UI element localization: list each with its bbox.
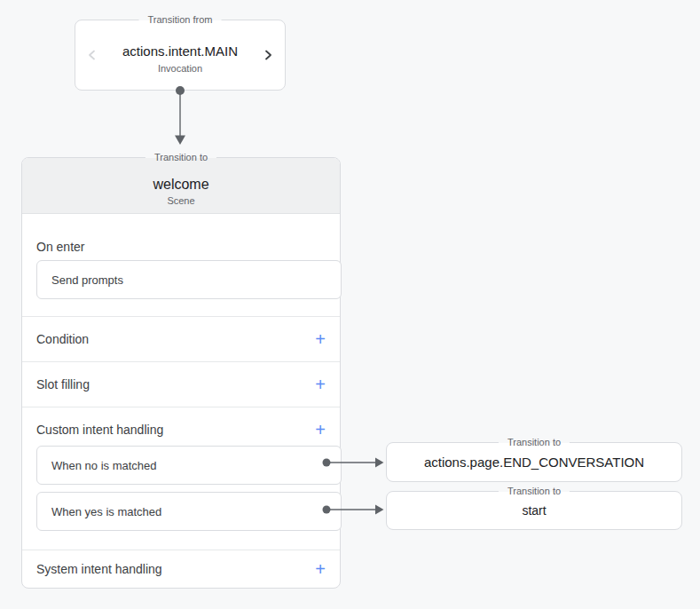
intent-handler-when-yes[interactable]: When yes is matched [36,492,342,531]
slot-filling-row: Slot filling + [22,361,340,407]
flow-arrow-down [175,86,185,145]
transition-from-card: Transition from actions.intent.MAIN Invo… [75,20,286,91]
scene-transition-legend: Transition to [146,151,216,164]
add-slot-button[interactable]: + [315,376,326,393]
add-condition-button[interactable]: + [315,330,326,348]
divider [22,407,340,407]
scene-card: Transition to welcome Scene On enter Sen… [21,157,341,589]
transition-to-legend: Transition to [499,436,570,449]
system-intent-label: System intent handling [36,562,162,576]
system-intent-row: System intent handling + [22,550,340,589]
intent-handler-label: When yes is matched [51,505,161,518]
transition-target-start[interactable]: Transition to start [386,491,682,530]
chevron-right-icon [261,48,275,62]
on-enter-label: On enter [36,238,84,256]
custom-intent-header-row: Custom intent handling + [22,410,340,449]
target-scene-name: start [522,503,546,518]
scene-type-label: Scene [22,194,340,207]
condition-label: Condition [36,332,89,346]
condition-row: Condition + [22,316,340,361]
custom-intent-label: Custom intent handling [36,423,163,437]
next-intent-button[interactable] [261,48,275,62]
intent-type-label: Invocation [75,62,285,75]
send-prompts-button[interactable]: Send prompts [36,260,342,299]
transition-from-legend: Transition from [139,13,222,27]
scene-flow-canvas: Transition from actions.intent.MAIN Invo… [0,0,700,609]
target-page-name: actions.page.END_CONVERSATION [424,455,644,470]
send-prompts-label: Send prompts [51,273,123,287]
intent-handler-when-no[interactable]: When no is matched [36,446,342,485]
scene-title: welcome [22,176,340,194]
intent-handler-label: When no is matched [51,459,157,472]
intent-name: actions.intent.MAIN [75,44,285,59]
add-custom-intent-button[interactable]: + [315,421,326,439]
transition-target-end-conversation[interactable]: Transition to actions.page.END_CONVERSAT… [386,442,682,482]
slot-filling-label: Slot filling [36,377,90,392]
add-system-intent-button[interactable]: + [315,560,326,578]
transition-to-legend: Transition to [499,485,570,498]
scene-header: welcome Scene [22,158,340,214]
